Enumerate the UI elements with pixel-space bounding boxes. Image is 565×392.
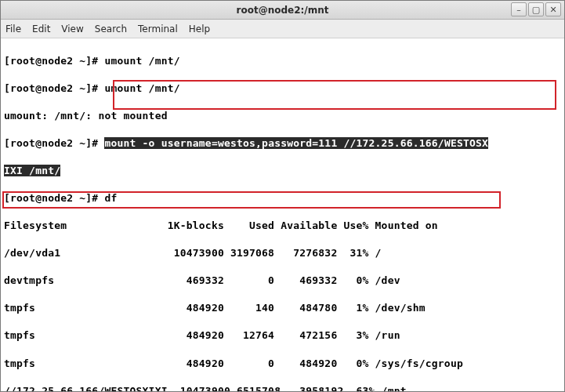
df-row: tmpfs 484920 0 484920 0% /sys/fs/cgroup bbox=[4, 357, 561, 371]
menubar: File Edit View Search Terminal Help bbox=[1, 20, 564, 38]
terminal-line: [root@node2 ~]# umount /mnt/ bbox=[4, 54, 561, 68]
df-row: tmpfs 484920 12764 472156 3% /run bbox=[4, 328, 561, 343]
terminal-line: umount: /mnt/: not mounted bbox=[4, 109, 561, 123]
window-buttons: – ▢ ✕ bbox=[511, 2, 561, 16]
terminal-prompt: [root@node2 ~]# bbox=[4, 137, 104, 149]
df-row-highlight: //172.25.66.166/WESTOSXIXI 10473900 6515… bbox=[4, 384, 561, 391]
menu-help[interactable]: Help bbox=[189, 24, 210, 34]
df-row: devtmpfs 469332 0 469332 0% /dev bbox=[4, 274, 561, 288]
menu-search[interactable]: Search bbox=[95, 24, 127, 34]
terminal-line: [root@node2 ~]# umount /mnt/ bbox=[4, 82, 561, 96]
df-header: Filesystem 1K-blocks Used Available Use%… bbox=[4, 219, 561, 233]
close-button[interactable]: ✕ bbox=[545, 2, 561, 16]
maximize-button[interactable]: ▢ bbox=[528, 2, 544, 16]
terminal-line: [root@node2 ~]# df bbox=[4, 191, 561, 205]
terminal-area[interactable]: [root@node2 ~]# umount /mnt/ [root@node2… bbox=[1, 38, 564, 391]
window-title: root@node2:/mnt bbox=[237, 5, 329, 16]
menu-edit[interactable]: Edit bbox=[32, 24, 50, 34]
menu-file[interactable]: File bbox=[5, 24, 21, 34]
terminal-command-highlight: mount -o username=westos,password=111 //… bbox=[104, 137, 488, 149]
menu-terminal[interactable]: Terminal bbox=[138, 24, 178, 34]
minimize-button[interactable]: – bbox=[511, 2, 527, 16]
df-row: /dev/vda1 10473900 3197068 7276832 31% / bbox=[4, 246, 561, 260]
terminal-window: root@node2:/mnt – ▢ ✕ File Edit View Sea… bbox=[0, 0, 565, 392]
menu-view[interactable]: View bbox=[61, 24, 83, 34]
terminal-command-highlight: IXI /mnt/ bbox=[4, 165, 60, 176]
df-row: tmpfs 484920 140 484780 1% /dev/shm bbox=[4, 301, 561, 315]
titlebar: root@node2:/mnt – ▢ ✕ bbox=[1, 1, 564, 20]
